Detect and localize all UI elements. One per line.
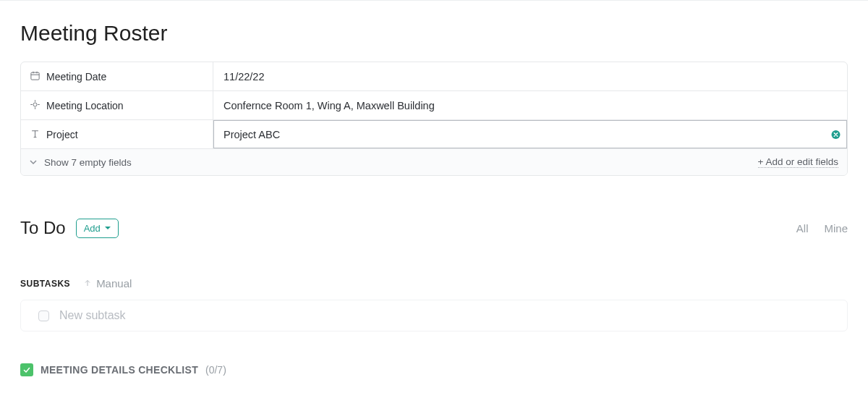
- todo-section: To Do Add All Mine SUBTASKS Manual: [20, 218, 848, 376]
- field-label-text: Meeting Date: [46, 71, 106, 83]
- fields-table-footer: Show 7 empty fields + Add or edit fields: [21, 149, 847, 175]
- subtasks-label: SUBTASKS: [20, 279, 70, 289]
- calendar-icon: [30, 70, 41, 83]
- add-button-label: Add: [84, 223, 101, 234]
- new-subtask-row[interactable]: [20, 300, 848, 331]
- clear-field-button[interactable]: [830, 129, 841, 140]
- subtasks-sort-label: Manual: [96, 277, 132, 290]
- field-row-location: Meeting Location Confernce Room 1, Wing …: [21, 91, 847, 120]
- checklist-title: MEETING DETAILS CHECKLIST: [41, 364, 198, 376]
- todo-header: To Do Add All Mine: [20, 218, 848, 238]
- text-icon: [30, 128, 41, 141]
- add-edit-fields-link[interactable]: + Add or edit fields: [758, 156, 838, 168]
- new-subtask-input[interactable]: [59, 309, 830, 322]
- subtasks-sort[interactable]: Manual: [83, 277, 132, 290]
- add-button[interactable]: Add: [76, 219, 119, 238]
- field-value-text: 11/22/22: [224, 71, 264, 83]
- field-label-location: Meeting Location: [21, 91, 213, 119]
- arrow-up-icon: [83, 277, 92, 290]
- field-row-project: Project Project ABC: [21, 120, 847, 149]
- field-value-text: Project ABC: [224, 129, 280, 140]
- subtask-checkbox[interactable]: [38, 310, 49, 321]
- field-label-text: Project: [46, 129, 78, 140]
- show-empty-label: Show 7 empty fields: [44, 157, 132, 168]
- field-value-project[interactable]: Project ABC: [213, 120, 847, 148]
- filter-all[interactable]: All: [796, 222, 809, 235]
- checklist-count: (0/7): [205, 364, 226, 376]
- svg-point-4: [33, 103, 37, 106]
- check-icon: [20, 363, 33, 376]
- chevron-down-icon: [30, 157, 37, 168]
- page-title: Meeting Roster: [20, 21, 848, 46]
- close-circle-icon: [830, 129, 841, 140]
- caret-down-icon: [105, 227, 111, 229]
- field-value-text: Confernce Room 1, Wing A, Maxwell Buildi…: [224, 100, 435, 111]
- field-row-date: Meeting Date 11/22/22: [21, 62, 847, 91]
- field-value-location[interactable]: Confernce Room 1, Wing A, Maxwell Buildi…: [213, 91, 847, 119]
- show-empty-fields-toggle[interactable]: Show 7 empty fields: [30, 157, 132, 168]
- field-label-date: Meeting Date: [21, 62, 213, 90]
- subtasks-header: SUBTASKS Manual: [20, 277, 848, 290]
- svg-rect-0: [31, 72, 39, 80]
- location-icon: [30, 99, 41, 112]
- field-label-text: Meeting Location: [46, 100, 124, 111]
- filter-mine[interactable]: Mine: [824, 222, 848, 235]
- field-label-project: Project: [21, 120, 213, 148]
- todo-title: To Do: [20, 218, 66, 238]
- checklist-section[interactable]: MEETING DETAILS CHECKLIST (0/7): [20, 363, 848, 376]
- todo-filters: All Mine: [796, 222, 848, 235]
- field-value-date[interactable]: 11/22/22: [213, 62, 847, 90]
- fields-table: Meeting Date 11/22/22 Meeting Location C…: [20, 62, 848, 176]
